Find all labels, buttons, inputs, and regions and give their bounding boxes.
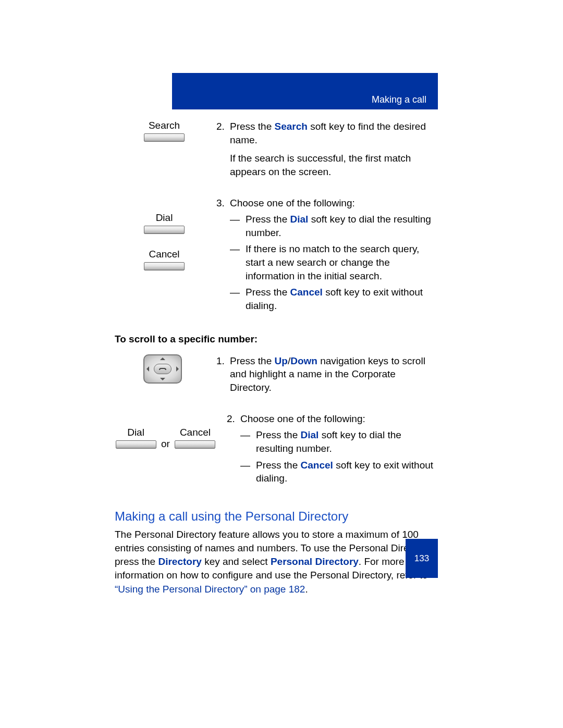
up-keyword: Up: [275, 355, 288, 366]
softkey-button-icon: [175, 440, 215, 449]
step-number: 3.: [216, 196, 230, 316]
cancel-keyword: Cancel: [301, 460, 333, 471]
scroll-step-1: 1. Press the Up/Down navigation keys to …: [216, 354, 438, 394]
step-2-row: Search 2. Press the Search soft key to f…: [115, 120, 438, 184]
softkey-cancel-label: Cancel: [180, 427, 211, 438]
substep: — If there is no match to the search que…: [230, 242, 438, 282]
step-body: Choose one of the following: — Press the…: [240, 412, 438, 488]
substep: — Press the Cancel soft key to exit with…: [230, 286, 438, 312]
cancel-keyword: Cancel: [290, 287, 323, 298]
step-body: Choose one of the following: — Press the…: [230, 196, 438, 316]
scroll-step-2: 2. Choose one of the following: — Press …: [227, 412, 438, 488]
softkey-button-icon: [116, 440, 156, 449]
dial-keyword: Dial: [301, 429, 319, 440]
softkey-search-label: Search: [149, 120, 180, 131]
step-3-row: Dial Cancel 3. Choose one of the followi…: [115, 196, 438, 321]
dial-keyword: Dial: [290, 214, 309, 225]
search-keyword: Search: [275, 121, 308, 132]
softkey-button-icon: [144, 133, 185, 142]
step-3: 3. Choose one of the following: — Press …: [216, 196, 438, 316]
softkey-search: Search: [141, 120, 188, 142]
page-number: 133: [406, 539, 438, 578]
cross-reference-link[interactable]: “Using the Personal Directory” on page 1…: [115, 584, 305, 595]
header-section: Making a call: [372, 94, 426, 105]
softkey-button-icon: [144, 262, 185, 270]
softkey-dial-label: Dial: [127, 427, 144, 438]
softkey-cancel-label: Cancel: [149, 249, 179, 260]
navigation-key-icon: [143, 354, 182, 384]
step-number: 2.: [216, 120, 230, 179]
substep: — Press the Cancel soft key to exit with…: [240, 459, 438, 485]
softkey-cancel: Cancel: [141, 249, 188, 270]
or-text: or: [161, 438, 170, 450]
softkey-cancel: Cancel: [174, 427, 216, 449]
step-body: Press the Search soft key to find the de…: [230, 120, 438, 179]
directory-keyword: Directory: [158, 556, 201, 567]
personal-directory-keyword: Personal Directory: [271, 556, 359, 567]
section-paragraph: The Personal Directory feature allows yo…: [115, 528, 438, 596]
substep: — Press the Dial soft key to dial the re…: [230, 213, 438, 239]
page-content: Search 2. Press the Search soft key to f…: [115, 120, 438, 596]
softkey-dial: Dial: [141, 212, 188, 234]
softkey-button-icon: [144, 226, 185, 234]
section-title: Making a call using the Personal Directo…: [115, 509, 438, 524]
step-number: 2.: [227, 412, 240, 488]
softkey-dial-label: Dial: [156, 212, 173, 224]
step-2: 2. Press the Search soft key to find the…: [216, 120, 438, 179]
step-body: Press the Up/Down navigation keys to scr…: [230, 354, 438, 394]
scroll-step-2-row: Dial or Cancel 2. Choose one of the foll…: [115, 412, 438, 493]
page-header: Making a call: [172, 73, 438, 109]
down-keyword: Down: [290, 355, 317, 366]
softkey-dial: Dial: [115, 427, 157, 449]
scroll-step-1-row: 1. Press the Up/Down navigation keys to …: [115, 354, 438, 400]
subheading: To scroll to a specific number:: [115, 334, 438, 345]
step-number: 1.: [216, 354, 230, 394]
softkey-pair: Dial or Cancel: [115, 426, 216, 450]
substep: — Press the Dial soft key to dial the re…: [240, 428, 438, 455]
